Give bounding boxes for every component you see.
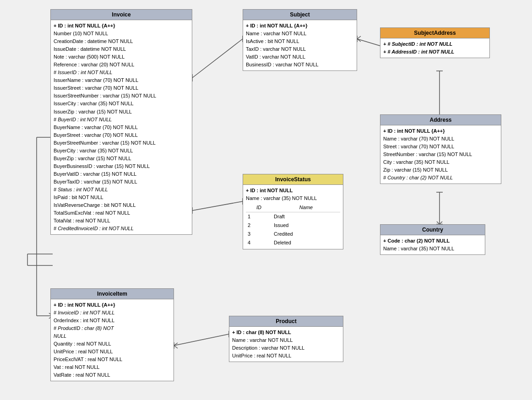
field-row: BuyerName : varchar (70) NOT NULL xyxy=(54,124,189,131)
field-row: + # SubjectID : int NOT NULL xyxy=(383,40,487,48)
field-row: # BuyerID : int NOT NULL xyxy=(54,116,189,124)
enum-cell: Issued xyxy=(272,221,340,230)
enum-row: 2 Issued xyxy=(246,221,340,230)
svg-line-5 xyxy=(357,39,380,46)
field-row: IssuerName : varchar (70) NOT NULL xyxy=(54,76,189,84)
invoice-body: + ID : int NOT NULL {A++} Number (10) NO… xyxy=(51,20,192,234)
product-header: Product xyxy=(229,316,343,327)
invoice-status-enum: ID Name 1 Draft 2 Issued 3 Credi xyxy=(246,203,340,247)
field-row: OrderIndex : int NOT NULL xyxy=(54,317,171,324)
enum-row: 3 Credited xyxy=(246,230,340,238)
field-row: TotalVat : real NOT NULL xyxy=(54,217,189,225)
svg-line-31 xyxy=(174,334,229,346)
invoice-item-body: + ID : int NOT NULL {A++} # InvoiceID : … xyxy=(51,299,174,381)
field-row: + ID : int NOT NULL xyxy=(246,187,340,195)
enum-cell: 1 xyxy=(246,212,272,222)
subject-address-table: SubjectAddress + # SubjectID : int NOT N… xyxy=(380,27,490,58)
field-row: IssuerCity : varchar (35) NOT NULL xyxy=(54,100,189,108)
field-row: Vat : real NOT NULL xyxy=(54,363,171,371)
product-table: Product + ID : char (8) NOT NULL Name : … xyxy=(229,316,343,362)
field-row: City : varchar (35) NOT NULL xyxy=(383,158,498,166)
field-row: # IssuerID : int NOT NULL xyxy=(54,69,189,76)
field-row: Reference : varchar (20) NOT NULL xyxy=(54,61,189,69)
svg-line-33 xyxy=(174,343,178,346)
field-row: # Status : int NOT NULL xyxy=(54,186,189,194)
field-row: # InvoiceID : int NOT NULL xyxy=(54,309,171,317)
svg-line-8 xyxy=(357,39,361,42)
field-row: StreetNumber : varchar (15) NOT NULL xyxy=(383,151,498,158)
subject-header: Subject xyxy=(243,10,357,20)
field-row: # ProductID : char (8) NOT xyxy=(54,324,171,332)
invoice-status-table: InvoiceStatus + ID : int NOT NULL Name :… xyxy=(243,174,343,249)
field-row: NULL xyxy=(54,332,171,340)
country-body: + Code : char (2) NOT NULL Name : varcha… xyxy=(380,235,485,254)
diagram-canvas: Invoice + ID : int NOT NULL {A++} Number… xyxy=(0,0,532,400)
enum-col-name: Name xyxy=(272,203,340,212)
field-row: Street : varchar (70) NOT NULL xyxy=(383,143,498,151)
field-row: IssuerZip : varchar (15) NOT NULL xyxy=(54,108,189,116)
field-row: IssuerStreetNumber : varchar (15) NOT NU… xyxy=(54,92,189,100)
svg-line-0 xyxy=(192,39,243,78)
field-row: + Code : char (2) NOT NULL xyxy=(383,237,482,245)
field-row: IssueDate : datetime NOT NULL xyxy=(54,45,189,53)
invoice-status-header: InvoiceStatus xyxy=(243,174,343,185)
field-row: Number (10) NOT NULL xyxy=(54,30,189,38)
invoice-item-header: InvoiceItem xyxy=(51,289,174,299)
field-row: # Country : char (2) NOT NULL xyxy=(383,174,498,182)
address-body: + ID : int NOT NULL {A++} Name : varchar… xyxy=(380,125,501,184)
enum-cell: Credited xyxy=(272,230,340,238)
invoice-item-table: InvoiceItem + ID : int NOT NULL {A++} # … xyxy=(50,288,174,381)
field-row: BuyerTaxID : varchar (15) NOT NULL xyxy=(54,178,189,186)
address-header: Address xyxy=(380,115,501,125)
field-row: + ID : int NOT NULL {A++} xyxy=(54,22,189,30)
field-row: BuyerVatID : varchar (15) NOT NULL xyxy=(54,170,189,178)
field-row: BuyerStreetNumber : varchar (15) NOT NUL… xyxy=(54,139,189,147)
enum-cell: Draft xyxy=(272,212,340,222)
country-table: Country + Code : char (2) NOT NULL Name … xyxy=(380,224,485,255)
invoice-header: Invoice xyxy=(51,10,192,20)
invoice-status-body: + ID : int NOT NULL Name : varchar (35) … xyxy=(243,185,343,249)
svg-line-19 xyxy=(192,201,243,211)
enum-row: 4 Deleted xyxy=(246,238,340,247)
enum-cell: 3 xyxy=(246,230,272,238)
field-row: BuyerStreet : varchar (70) NOT NULL xyxy=(54,131,189,139)
product-body: + ID : char (8) NOT NULL Name : varchar … xyxy=(229,327,343,362)
field-row: VatID : varchar NOT NULL xyxy=(246,53,354,61)
subject-address-header: SubjectAddress xyxy=(380,28,489,38)
field-row: BuyerCity : varchar (35) NOT NULL xyxy=(54,147,189,155)
field-row: # CreditedInvoiceID : int NOT NULL xyxy=(54,225,189,232)
enum-cell: 4 xyxy=(246,238,272,247)
field-row: Name : varchar (70) NOT NULL xyxy=(383,135,498,143)
field-row: + ID : char (8) NOT NULL xyxy=(232,329,340,336)
enum-row: 1 Draft xyxy=(246,212,340,222)
field-row: IsActive : bit NOT NULL xyxy=(246,38,354,45)
field-row: Name : varchar NOT NULL xyxy=(246,30,354,38)
field-row: IsVatReverseCharge : bit NOT NULL xyxy=(54,201,189,209)
subject-body: + ID : int NOT NULL {A++} Name : varchar… xyxy=(243,20,357,70)
field-row: UnitPrice : real NOT NULL xyxy=(54,348,171,356)
field-row: Name : varchar (35) NOT NULL xyxy=(246,195,340,202)
enum-col-id: ID xyxy=(246,203,272,212)
svg-line-34 xyxy=(174,346,178,348)
field-row: UnitPrice : real NOT NULL xyxy=(232,352,340,360)
address-table: Address + ID : int NOT NULL {A++} Name :… xyxy=(380,114,501,184)
field-row: Zip : varchar (15) NOT NULL xyxy=(383,166,498,174)
field-row: Name : varchar (35) NOT NULL xyxy=(383,245,482,253)
field-row: Quantity : real NOT NULL xyxy=(54,340,171,348)
field-row: + ID : int NOT NULL {A++} xyxy=(246,22,354,30)
field-row: Description : varchar NOT NULL xyxy=(232,344,340,352)
country-header: Country xyxy=(380,225,485,235)
enum-cell: Deleted xyxy=(272,238,340,247)
field-row: BuyerBusinessID : varchar (15) NOT NULL xyxy=(54,162,189,170)
field-row: TaxID : varchar NOT NULL xyxy=(246,45,354,53)
field-row: + ID : int NOT NULL {A++} xyxy=(383,127,498,135)
enum-cell: 2 xyxy=(246,221,272,230)
invoice-table: Invoice + ID : int NOT NULL {A++} Number… xyxy=(50,9,192,235)
field-row: BusinessID : varchar NOT NULL xyxy=(246,61,354,69)
field-row: BuyerZip : varchar (15) NOT NULL xyxy=(54,155,189,162)
field-row: IssuerStreet : varchar (70) NOT NULL xyxy=(54,84,189,92)
svg-line-7 xyxy=(357,36,361,39)
field-row: + # AddressID : int NOT NULL xyxy=(383,48,487,56)
field-row: IsPaid : bit NOT NULL xyxy=(54,194,189,201)
field-row: CreationDate : datetime NOT NULL xyxy=(54,38,189,45)
